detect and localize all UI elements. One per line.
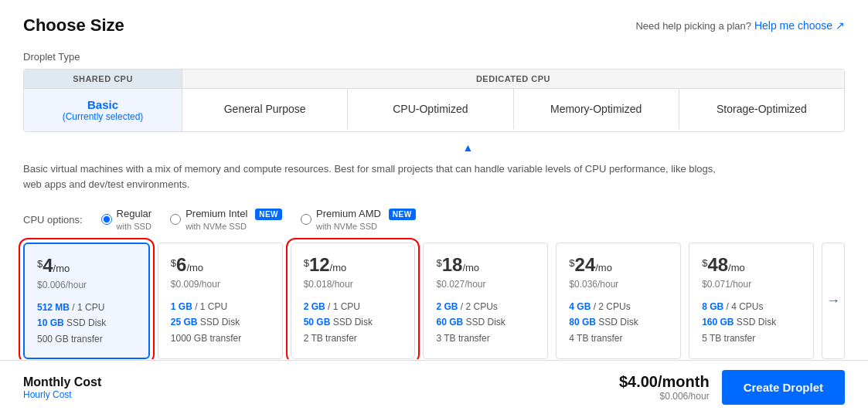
premium-amd-option[interactable]: Premium AMD NEW with NVMe SSD bbox=[301, 207, 416, 232]
cpu-options-label: CPU options: bbox=[23, 214, 83, 226]
plan-hourly: $0.018/hour bbox=[304, 279, 403, 290]
shared-cpu-label: SHARED CPU bbox=[24, 70, 182, 89]
regular-cpu-radio[interactable] bbox=[101, 214, 112, 225]
premium-intel-label: Premium Intel bbox=[186, 208, 247, 219]
external-link-icon: ↗ bbox=[836, 19, 845, 32]
dollar-sign: $ bbox=[171, 257, 176, 269]
dollar-sign: $ bbox=[569, 257, 574, 269]
premium-intel-radio[interactable] bbox=[170, 214, 181, 225]
plan-hourly: $0.036/hour bbox=[569, 279, 668, 290]
droplet-type-label: Droplet Type bbox=[23, 51, 845, 63]
scroll-right-arrow[interactable]: → bbox=[822, 243, 845, 359]
plan-specs: 1 GB / 1 CPU 25 GB SSD Disk 1000 GB tran… bbox=[171, 299, 270, 346]
regular-cpu-subtext: with SSD bbox=[117, 222, 151, 231]
plans-container: $4/mo $0.006/hour 512 MB / 1 CPU 10 GB S… bbox=[23, 243, 845, 359]
plan-card-48[interactable]: $48/mo $0.071/hour 8 GB / 4 CPUs 160 GB … bbox=[689, 243, 814, 359]
plan-price: $48/mo bbox=[702, 254, 801, 276]
premium-amd-new-badge: NEW bbox=[389, 209, 416, 220]
basic-option-status: (Currently selected) bbox=[36, 111, 169, 122]
premium-amd-radio[interactable] bbox=[301, 214, 311, 225]
cpu-options-row: CPU options: Regular with SSD Premium In… bbox=[23, 207, 845, 232]
premium-intel-subtext: with NVMe SSD bbox=[186, 222, 247, 231]
plan-card-12[interactable]: $12/mo $0.018/hour 2 GB / 1 CPU 50 GB SS… bbox=[291, 243, 416, 359]
page-title: Choose Size bbox=[23, 15, 124, 36]
shared-cpu-section: SHARED CPU Basic (Currently selected) bbox=[24, 70, 182, 131]
plan-hourly: $0.071/hour bbox=[702, 279, 801, 290]
cpu-optimized-option[interactable]: CPU-Optimized bbox=[348, 89, 513, 129]
general-purpose-option[interactable]: General Purpose bbox=[182, 89, 348, 129]
droplet-type-container: SHARED CPU Basic (Currently selected) DE… bbox=[23, 69, 845, 132]
regular-cpu-label: Regular bbox=[117, 208, 152, 219]
premium-intel-new-badge: NEW bbox=[255, 209, 282, 220]
plan-specs: 2 GB / 2 CPUs 60 GB SSD Disk 3 TB transf… bbox=[436, 299, 535, 346]
premium-amd-label: Premium AMD bbox=[316, 208, 381, 219]
premium-intel-option[interactable]: Premium Intel NEW with NVMe SSD bbox=[170, 207, 282, 232]
plan-hourly: $0.027/hour bbox=[436, 279, 535, 290]
dedicated-cpu-label: DEDICATED CPU bbox=[182, 70, 844, 89]
plan-price: $18/mo bbox=[436, 254, 535, 276]
dedicated-options: General Purpose CPU-Optimized Memory-Opt… bbox=[182, 89, 844, 129]
plan-price: $4/mo bbox=[37, 255, 136, 277]
plan-price: $12/mo bbox=[304, 254, 403, 276]
triangle-indicator bbox=[91, 141, 845, 154]
plan-card-6[interactable]: $6/mo $0.009/hour 1 GB / 1 CPU 25 GB SSD… bbox=[158, 243, 283, 359]
header-row: Choose Size Need help picking a plan? He… bbox=[23, 15, 845, 36]
help-link[interactable]: Help me choose ↗ bbox=[754, 19, 845, 32]
plan-price: $6/mo bbox=[171, 254, 270, 276]
shared-cpu-basic-option[interactable]: Basic (Currently selected) bbox=[24, 89, 182, 131]
plan-specs: 4 GB / 2 CPUs 80 GB SSD Disk 4 TB transf… bbox=[569, 299, 668, 346]
storage-optimized-option[interactable]: Storage-Optimized bbox=[679, 89, 844, 129]
plan-card-4[interactable]: $4/mo $0.006/hour 512 MB / 1 CPU 10 GB S… bbox=[23, 243, 150, 359]
plan-card-24[interactable]: $24/mo $0.036/hour 4 GB / 2 CPUs 80 GB S… bbox=[556, 243, 681, 359]
dedicated-cpu-section: DEDICATED CPU General Purpose CPU-Optimi… bbox=[182, 70, 844, 131]
page-wrapper: Choose Size Need help picking a plan? He… bbox=[0, 0, 868, 359]
premium-amd-subtext: with NVMe SSD bbox=[316, 222, 377, 231]
plan-specs: 512 MB / 1 CPU 10 GB SSD Disk 500 GB tra… bbox=[37, 300, 136, 347]
regular-cpu-option[interactable]: Regular with SSD bbox=[101, 207, 152, 232]
plan-hourly: $0.009/hour bbox=[171, 279, 270, 290]
dollar-sign: $ bbox=[304, 257, 309, 269]
plan-specs: 8 GB / 4 CPUs 160 GB SSD Disk 5 TB trans… bbox=[702, 299, 801, 346]
dollar-sign: $ bbox=[436, 257, 441, 269]
plan-hourly: $0.006/hour bbox=[37, 280, 136, 290]
plan-price: $24/mo bbox=[569, 254, 668, 276]
plan-card-18[interactable]: $18/mo $0.027/hour 2 GB / 2 CPUs 60 GB S… bbox=[423, 243, 548, 359]
plan-specs: 2 GB / 1 CPU 50 GB SSD Disk 2 TB transfe… bbox=[304, 299, 403, 346]
help-text: Need help picking a plan? bbox=[635, 20, 751, 32]
description: Basic virtual machines with a mix of mem… bbox=[23, 161, 719, 192]
basic-option-name: Basic bbox=[36, 98, 169, 111]
help-section: Need help picking a plan? Help me choose… bbox=[635, 19, 845, 32]
memory-optimized-option[interactable]: Memory-Optimized bbox=[514, 89, 679, 129]
